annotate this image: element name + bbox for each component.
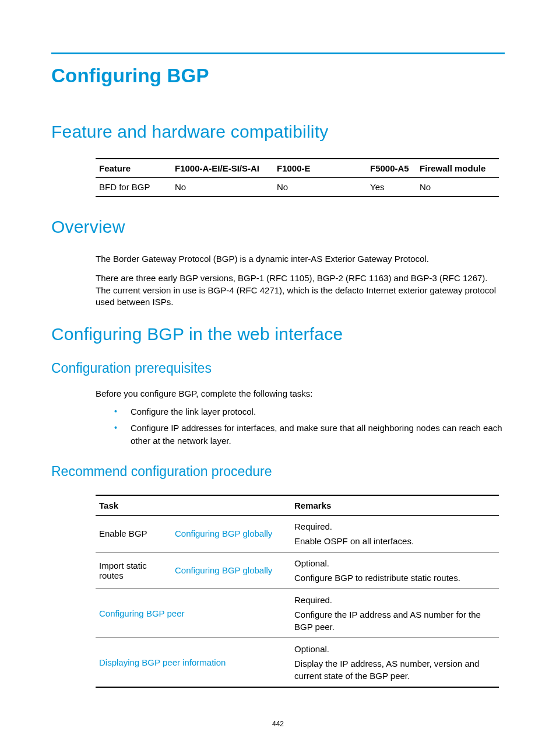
task-link[interactable]: Configuring BGP peer xyxy=(99,608,184,618)
page-number: 442 xyxy=(0,720,556,728)
table-header-row: Feature F1000-A-EI/E-SI/S-AI F1000-E F50… xyxy=(96,159,499,178)
overview-p1: The Border Gateway Protocol (BGP) is a d… xyxy=(96,253,505,265)
remarks-cell: Optional. Configure BGP to redistribute … xyxy=(291,552,499,589)
col-f1000e: F1000-E xyxy=(273,159,367,178)
remarks-cell: Required. Configure the IP address and A… xyxy=(291,589,499,638)
section-feature-compat: Feature and hardware compatibility xyxy=(51,122,505,142)
feature-compat-table: Feature F1000-A-EI/E-SI/S-AI F1000-E F50… xyxy=(96,158,499,197)
task-link[interactable]: Configuring BGP globally xyxy=(175,528,272,538)
remarks-line: Optional. xyxy=(294,643,495,655)
col-task: Task xyxy=(96,495,291,516)
section-overview: Overview xyxy=(51,217,505,237)
col-feature: Feature xyxy=(96,159,171,178)
subsection-prereq: Configuration prerequisites xyxy=(51,360,505,376)
remarks-line: Display the IP address, AS number, versi… xyxy=(294,659,479,681)
list-item: Configure IP addresses for interfaces, a… xyxy=(114,422,505,447)
prereq-intro: Before you configure BGP, complete the f… xyxy=(96,388,505,400)
table-row: BFD for BGP No No Yes No xyxy=(96,178,499,197)
remarks-line: Optional. xyxy=(294,557,495,569)
remarks-cell: Required. Enable OSPF on all interfaces. xyxy=(291,515,499,552)
remarks-line: Configure BGP to redistribute static rou… xyxy=(294,573,460,583)
remarks-line: Enable OSPF on all interfaces. xyxy=(294,536,414,546)
list-item: Configure the link layer protocol. xyxy=(114,405,505,418)
prereq-list: Configure the link layer protocol. Confi… xyxy=(96,405,505,447)
remarks-line: Required. xyxy=(294,594,495,606)
col-f5000a5: F5000-A5 xyxy=(367,159,416,178)
col-f1000a: F1000-A-EI/E-SI/S-AI xyxy=(171,159,273,178)
cell-f5000a5: Yes xyxy=(367,178,416,197)
cell-f1000e: No xyxy=(273,178,367,197)
table-row: Import static routes Configuring BGP glo… xyxy=(96,552,499,589)
cell-f1000a: No xyxy=(171,178,273,197)
task-link[interactable]: Configuring BGP globally xyxy=(175,565,272,575)
cell-fwmod: No xyxy=(416,178,499,197)
section-webcfg: Configuring BGP in the web interface xyxy=(51,324,505,344)
col-remarks: Remarks xyxy=(291,495,499,516)
table-row: Configuring BGP peer Required. Configure… xyxy=(96,589,499,638)
overview-p2: There are three early BGP versions, BGP-… xyxy=(96,272,505,308)
task-name: Import static routes xyxy=(96,552,171,589)
table-row: Enable BGP Configuring BGP globally Requ… xyxy=(96,515,499,552)
col-fwmodule: Firewall module xyxy=(416,159,499,178)
procedure-table: Task Remarks Enable BGP Configuring BGP … xyxy=(96,495,499,688)
top-rule xyxy=(51,52,505,54)
cell-feature: BFD for BGP xyxy=(96,178,171,197)
table-row: Displaying BGP peer information Optional… xyxy=(96,638,499,687)
task-link[interactable]: Displaying BGP peer information xyxy=(99,657,226,667)
remarks-line: Required. xyxy=(294,520,495,533)
remarks-cell: Optional. Display the IP address, AS num… xyxy=(291,638,499,687)
table-header-row: Task Remarks xyxy=(96,495,499,516)
subsection-recommend: Recommend configuration procedure xyxy=(51,464,505,480)
remarks-line: Configure the IP address and AS number f… xyxy=(294,610,481,632)
task-name: Enable BGP xyxy=(96,515,171,552)
page-title: Configuring BGP xyxy=(51,65,505,87)
